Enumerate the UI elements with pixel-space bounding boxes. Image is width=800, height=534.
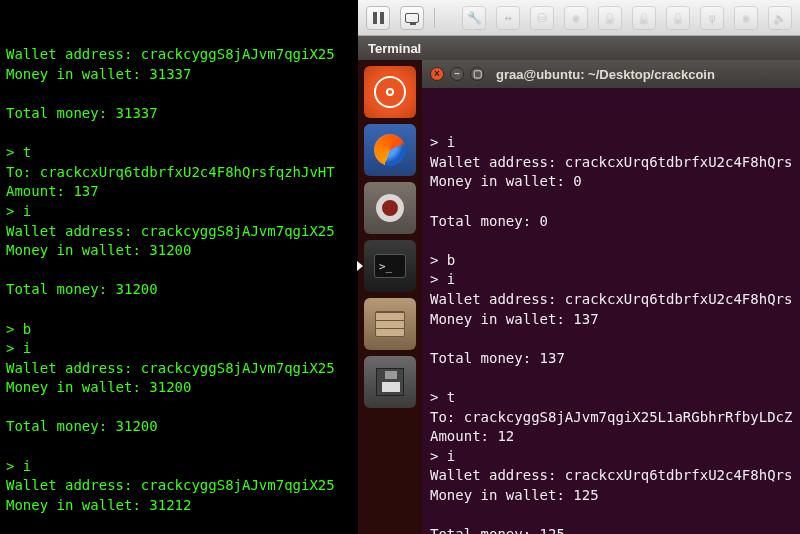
window-close-button[interactable]: ×: [430, 67, 444, 81]
screen-icon: [405, 13, 419, 23]
window-maximize-button[interactable]: ▢: [470, 67, 484, 81]
usb-button[interactable]: [700, 6, 724, 30]
optical-button[interactable]: [564, 6, 588, 30]
gear-icon: [376, 194, 404, 222]
window-minimize-button[interactable]: –: [450, 67, 464, 81]
terminal-icon: [374, 254, 406, 278]
lock3-button[interactable]: [666, 6, 690, 30]
left-terminal-window[interactable]: Wallet address: crackcyggS8jAJvm7qgiX25 …: [0, 0, 358, 534]
lock-icon: [671, 11, 685, 25]
lock1-button[interactable]: [598, 6, 622, 30]
disc-icon: [742, 11, 749, 25]
toolbar-separator: [434, 8, 435, 28]
lock-icon: [603, 11, 617, 25]
launcher-save[interactable]: [364, 356, 416, 408]
left-terminal-output: Wallet address: crackcyggS8jAJvm7qgiX25 …: [6, 45, 352, 534]
vm-host-toolbar: [358, 0, 800, 36]
active-app-label: Terminal: [368, 41, 421, 56]
launcher-firefox[interactable]: [364, 124, 416, 176]
ubuntu-terminal-title: graa@ubuntu: ~/Desktop/crackcoin: [496, 67, 715, 82]
vm-window: Terminal × – ▢ graa@ubuntu: ~/Desktop/cr…: [358, 0, 800, 534]
ubuntu-terminal-titlebar[interactable]: × – ▢ graa@ubuntu: ~/Desktop/crackcoin: [422, 60, 800, 88]
pause-vm-button[interactable]: [366, 6, 390, 30]
ubuntu-terminal-window[interactable]: × – ▢ graa@ubuntu: ~/Desktop/crackcoin >…: [422, 60, 800, 534]
launcher-dash[interactable]: [364, 66, 416, 118]
disk-icon: [537, 11, 547, 25]
unity-launcher: [358, 60, 422, 534]
audio-button[interactable]: [768, 6, 792, 30]
firefox-icon: [374, 134, 406, 166]
wrench-icon: [467, 11, 482, 25]
ubuntu-logo-icon: [374, 76, 406, 108]
ubuntu-desktop: Terminal × – ▢ graa@ubuntu: ~/Desktop/cr…: [358, 36, 800, 534]
speaker-icon: [773, 11, 787, 25]
launcher-settings[interactable]: [364, 182, 416, 234]
ubuntu-terminal-body[interactable]: > i Wallet address: crackcxUrq6tdbrfxU2c…: [422, 88, 800, 534]
launcher-terminal[interactable]: [364, 240, 416, 292]
file-manager-icon: [375, 311, 405, 337]
settings-button[interactable]: [462, 6, 486, 30]
snapshot-button[interactable]: [400, 6, 424, 30]
lock-icon: [637, 11, 651, 25]
floppy-icon: [376, 368, 404, 396]
usb-icon: [708, 11, 715, 25]
shared-button[interactable]: [734, 6, 758, 30]
lock2-button[interactable]: [632, 6, 656, 30]
ubuntu-top-panel[interactable]: Terminal: [358, 36, 800, 60]
ubuntu-terminal-output: > i Wallet address: crackcxUrq6tdbrfxU2c…: [430, 133, 792, 534]
hdd-button[interactable]: [530, 6, 554, 30]
pause-icon: [373, 12, 384, 24]
network-button[interactable]: [496, 6, 520, 30]
launcher-files[interactable]: [364, 298, 416, 350]
arrows-icon: [504, 11, 511, 25]
disc-icon: [572, 11, 579, 25]
